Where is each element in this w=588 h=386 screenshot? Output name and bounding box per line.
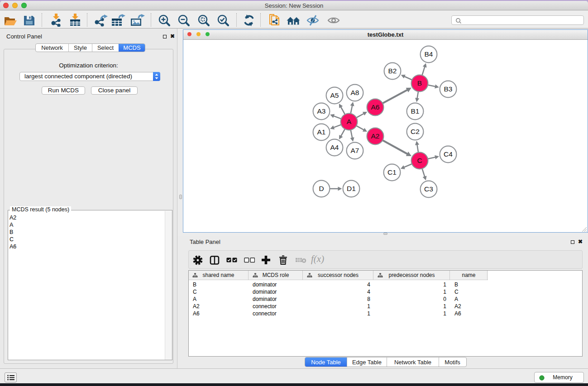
svg-text:D1: D1 xyxy=(347,185,356,192)
svg-text:A8: A8 xyxy=(351,89,359,96)
svg-text:A3: A3 xyxy=(317,107,326,115)
svg-text:A: A xyxy=(347,118,352,125)
svg-text:C1: C1 xyxy=(387,168,397,176)
svg-text:B: B xyxy=(417,79,422,87)
svg-text:C: C xyxy=(417,157,422,164)
svg-text:B3: B3 xyxy=(444,85,453,93)
svg-text:B4: B4 xyxy=(425,50,433,58)
svg-text:A2: A2 xyxy=(371,132,380,140)
svg-text:C3: C3 xyxy=(424,185,433,193)
svg-text:B1: B1 xyxy=(411,107,420,115)
svg-text:A5: A5 xyxy=(330,91,339,99)
svg-text:A6: A6 xyxy=(371,103,380,111)
svg-text:A1: A1 xyxy=(317,128,326,136)
svg-text:A7: A7 xyxy=(351,147,359,154)
svg-text:A4: A4 xyxy=(330,143,339,151)
svg-text:D: D xyxy=(319,185,324,192)
svg-text:B2: B2 xyxy=(388,67,397,75)
svg-text:C4: C4 xyxy=(444,150,453,158)
svg-text:C2: C2 xyxy=(411,128,420,135)
